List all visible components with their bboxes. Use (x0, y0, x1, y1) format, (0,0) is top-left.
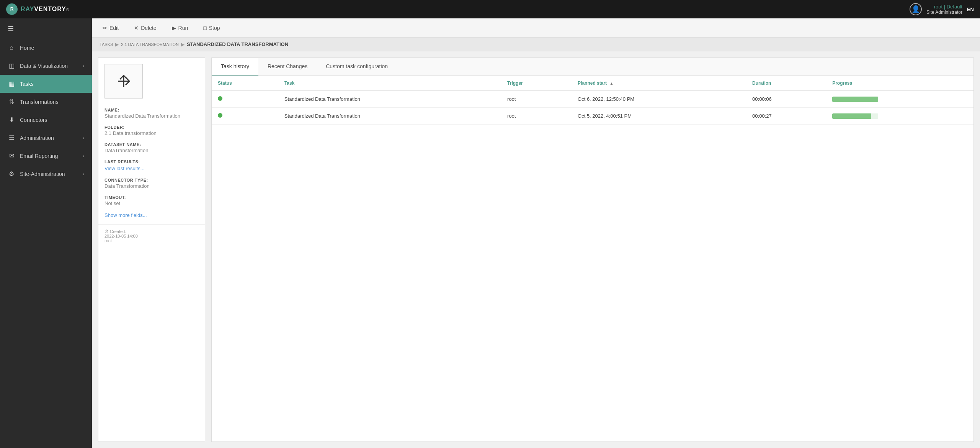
sidebar-item-label: Administration (20, 135, 54, 141)
created-by: root (105, 238, 112, 243)
sort-arrow-icon: ▲ (609, 81, 613, 85)
sidebar-item-site-administration[interactable]: ⚙ Site-Administration ‹ (0, 165, 92, 183)
cell-duration: 00:00:06 (746, 91, 826, 108)
tab-task-history[interactable]: Task history (212, 58, 258, 75)
tabs: Task history Recent Changes Custom task … (212, 58, 973, 76)
edit-icon: ✏ (103, 25, 107, 31)
home-icon: ⌂ (8, 44, 15, 51)
cell-trigger: root (501, 108, 572, 125)
sidebar-item-label: Transformations (20, 99, 59, 105)
folder-label: FOLDER: (105, 125, 199, 130)
status-dot-icon (218, 96, 222, 101)
edit-button[interactable]: ✏ Edit (100, 23, 122, 33)
user-role: Site Administrator (926, 10, 962, 15)
cell-progress (826, 91, 973, 108)
sidebar-item-label: Home (20, 45, 34, 51)
created-info: ⏱ Created: 2022-10-05 14:00 root (98, 224, 205, 248)
hamburger-button[interactable]: ☰ (0, 18, 92, 39)
logo-trademark: ® (66, 8, 69, 12)
logo-ray: RAY (21, 6, 34, 12)
dataset-field: DATASET NAME: DataTransformation (98, 139, 205, 156)
site-admin-icon: ⚙ (8, 170, 15, 177)
sidebar-item-home[interactable]: ⌂ Home (0, 39, 92, 57)
breadcrumb-arrow-2: ▶ (181, 42, 185, 47)
tab-recent-changes[interactable]: Recent Changes (258, 58, 317, 75)
cell-progress (826, 108, 973, 125)
task-icon-svg (114, 72, 133, 91)
right-panel: Task history Recent Changes Custom task … (211, 57, 974, 442)
sidebar-item-tasks[interactable]: ▦ Tasks (0, 75, 92, 93)
table-row: Standardized Data Transformation root Oc… (212, 91, 973, 108)
col-trigger[interactable]: Trigger (501, 76, 572, 91)
run-button[interactable]: ▶ Run (169, 23, 191, 33)
logo: R RAYVENTORY® (6, 3, 69, 15)
col-duration[interactable]: Duration (746, 76, 826, 91)
user-info: root | Default Site Administrator (926, 4, 962, 15)
folder-field: FOLDER: 2.1 Data transformation (98, 122, 205, 139)
timeout-field: TIMEOUT: Not set (98, 192, 205, 209)
edit-label: Edit (109, 25, 119, 31)
chevron-icon: ‹ (83, 154, 84, 158)
col-progress[interactable]: Progress (826, 76, 973, 91)
cell-duration: 00:00:27 (746, 108, 826, 125)
breadcrumb-folder[interactable]: 2.1 DATA TRANSFORMATION (121, 42, 179, 47)
col-task[interactable]: Task (278, 76, 501, 91)
progress-bar-fill (832, 97, 878, 102)
show-more-fields-link[interactable]: Show more fields... (98, 209, 205, 221)
sidebar-item-email-reporting[interactable]: ✉ Email Reporting ‹ (0, 147, 92, 165)
cell-trigger: root (501, 91, 572, 108)
content-area: ✏ Edit ✕ Delete ▶ Run □ Stop TASKS ▶ 2.1… (92, 18, 980, 448)
tab-custom-task-config[interactable]: Custom task configuration (317, 58, 397, 75)
chevron-icon: ‹ (83, 172, 84, 176)
task-history-table: Status Task Trigger Planned start ▲ Dura… (212, 76, 973, 125)
breadcrumb-tasks[interactable]: TASKS (100, 42, 113, 47)
task-icon-box (105, 64, 143, 98)
sidebar-item-label: Data & Visualization (20, 63, 68, 69)
sidebar-item-label: Site-Administration (20, 171, 65, 177)
cell-task: Standardized Data Transformation (278, 108, 501, 125)
view-last-results-link[interactable]: View last results... (105, 166, 145, 171)
sidebar-item-label: Tasks (20, 81, 34, 87)
col-status[interactable]: Status (212, 76, 278, 91)
main-layout: ☰ ⌂ Home ◫ Data & Visualization ‹ ▦ Task… (0, 18, 980, 448)
sidebar-item-label: Email Reporting (20, 153, 58, 159)
breadcrumb-arrow-1: ▶ (115, 42, 119, 47)
delete-label: Delete (141, 25, 156, 31)
transformations-icon: ⇅ (8, 98, 15, 105)
col-planned-start[interactable]: Planned start ▲ (572, 76, 746, 91)
cell-planned-start: Oct 6, 2022, 12:50:40 PM (572, 91, 746, 108)
logo-icon: R (6, 3, 18, 15)
progress-bar (832, 113, 878, 119)
cell-status (212, 108, 278, 125)
delete-icon: ✕ (134, 25, 139, 31)
table-header-row: Status Task Trigger Planned start ▲ Dura… (212, 76, 973, 91)
connectors-icon: ⬇ (8, 116, 15, 123)
table-container: Status Task Trigger Planned start ▲ Dura… (212, 76, 973, 441)
connector-field: CONNECTOR TYPE: Data Transformation (98, 175, 205, 192)
last-results-field: LAST RESULTS: View last results... (98, 156, 205, 175)
folder-value: 2.1 Data transformation (105, 130, 199, 136)
user-avatar-icon: 👤 (910, 3, 922, 15)
created-label: Created: (110, 229, 126, 234)
stop-label: Stop (209, 25, 220, 31)
user-name: root | Default (926, 4, 962, 10)
administration-icon: ☰ (8, 134, 15, 141)
timeout-label: TIMEOUT: (105, 195, 199, 200)
sidebar-item-administration[interactable]: ☰ Administration ‹ (0, 129, 92, 147)
connector-label: CONNECTOR TYPE: (105, 178, 199, 182)
run-icon: ▶ (172, 25, 176, 31)
page-content: NAME: Standardized Data Transformation F… (92, 51, 980, 448)
data-viz-icon: ◫ (8, 62, 15, 69)
sidebar-item-data-visualization[interactable]: ◫ Data & Visualization ‹ (0, 57, 92, 75)
logo-ventory: VENTORY (34, 6, 66, 12)
delete-button[interactable]: ✕ Delete (131, 23, 159, 33)
created-date: 2022-10-05 14:00 (105, 234, 138, 238)
name-label: NAME: (105, 108, 199, 112)
language-badge[interactable]: EN (967, 7, 974, 12)
stop-button[interactable]: □ Stop (200, 23, 223, 33)
sidebar-item-transformations[interactable]: ⇅ Transformations (0, 93, 92, 111)
table-row: Standardized Data Transformation root Oc… (212, 108, 973, 125)
sidebar-item-connectors[interactable]: ⬇ Connectors (0, 111, 92, 129)
cell-status (212, 91, 278, 108)
clock-icon: ⏱ (105, 229, 110, 234)
